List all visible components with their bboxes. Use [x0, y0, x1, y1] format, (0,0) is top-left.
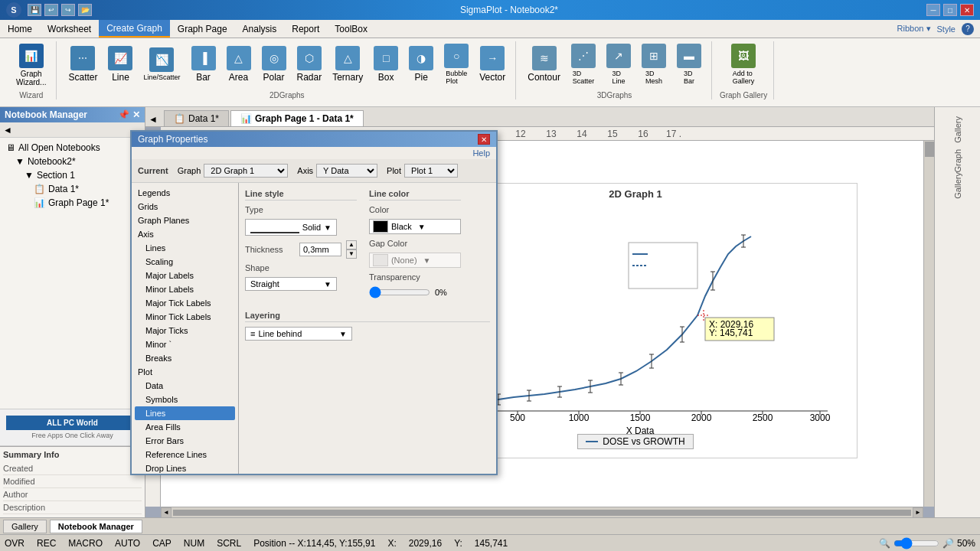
tree-symbols[interactable]: Symbols: [135, 393, 235, 406]
graph-select[interactable]: 2D Graph 1: [204, 164, 288, 178]
gap-color-dropdown-icon[interactable]: ▼: [423, 256, 431, 265]
tree-section1[interactable]: ▼ Section 1: [3, 168, 142, 182]
line-type-dropdown-icon[interactable]: ▼: [324, 223, 332, 232]
bubble-button[interactable]: ○ BubblePlot: [440, 41, 472, 87]
tree-breaks[interactable]: Breaks: [135, 351, 235, 365]
menu-graph-page[interactable]: Graph Page: [170, 20, 235, 37]
pin-icon[interactable]: 📌: [118, 109, 129, 120]
line-color-title: Line color: [369, 189, 461, 201]
menu-home[interactable]: Home: [0, 20, 40, 37]
dialog-help-link[interactable]: Help: [132, 147, 496, 159]
notebook-manager-panel: Notebook Manager 📌 ✕ ◄ 🖥 All Open Notebo…: [0, 107, 145, 517]
polar-button[interactable]: ◎ Polar: [258, 44, 290, 85]
tree-data[interactable]: Data: [135, 379, 235, 393]
3d-line-button[interactable]: ↗ 3DLine: [603, 41, 635, 87]
close-panel-icon[interactable]: ✕: [132, 109, 140, 120]
bar-button[interactable]: ▐ Bar: [188, 44, 220, 85]
add-to-gallery-button[interactable]: 🖼 Add toGallery: [727, 41, 760, 87]
scroll-right-btn[interactable]: ►: [913, 507, 923, 518]
contour-button[interactable]: ≋ Contour: [524, 44, 564, 85]
radar-button[interactable]: ⬡ Radar: [293, 44, 326, 85]
tree-all-notebooks[interactable]: 🖥 All Open Notebooks: [3, 141, 142, 155]
tree-drop-lines[interactable]: Drop Lines: [135, 461, 235, 474]
transparency-slider[interactable]: [369, 286, 430, 298]
3d-mesh-button[interactable]: ⊞ 3DMesh: [638, 41, 670, 87]
tree-graph-planes[interactable]: Graph Planes: [135, 214, 235, 227]
tab-scroll-left[interactable]: ◄: [149, 114, 164, 126]
layering-dropdown-icon[interactable]: ▼: [339, 330, 347, 338]
horizontal-scrollbar[interactable]: ◄ ►: [161, 507, 923, 517]
ternary-button[interactable]: △ Ternary: [328, 44, 367, 85]
graph-wizard-icon: 📊: [19, 44, 44, 68]
close-button[interactable]: ✕: [960, 4, 974, 16]
style-toggle[interactable]: Style: [937, 24, 956, 34]
box-button[interactable]: □ Box: [370, 44, 402, 85]
scatter-button[interactable]: ⋯ Scatter: [64, 44, 101, 85]
scroll-left-btn[interactable]: ◄: [161, 507, 172, 518]
thickness-down[interactable]: ▼: [346, 249, 357, 259]
3d-scatter-button[interactable]: ⋰ 3DScatter: [567, 41, 599, 87]
shape-dropdown-icon[interactable]: ▼: [324, 280, 332, 289]
line-button[interactable]: 📈 Line: [104, 44, 136, 85]
thickness-spinner[interactable]: ▲ ▼: [346, 240, 357, 259]
zoom-slider[interactable]: [893, 537, 939, 549]
tree-graphpage1[interactable]: 📊 Graph Page 1*: [3, 196, 142, 210]
minimize-button[interactable]: ─: [926, 4, 940, 16]
zoom-in-button[interactable]: 🔎: [942, 538, 954, 549]
tree-grids[interactable]: Grids: [135, 200, 235, 214]
tree-error-bars[interactable]: Error Bars: [135, 434, 235, 448]
tree-major-ticks[interactable]: Major Ticks: [135, 324, 235, 337]
area-button[interactable]: △ Area: [223, 44, 255, 85]
tree-major-labels[interactable]: Major Labels: [135, 269, 235, 282]
nav-back[interactable]: ◄: [3, 125, 12, 135]
3d-bar-button[interactable]: ▬ 3DBar: [673, 41, 705, 87]
scrollbar-thumb-v[interactable]: [925, 142, 934, 157]
tree-minor-tick-labels[interactable]: Minor Tick Labels: [135, 310, 235, 324]
bottom-tab-notebook-manager[interactable]: Notebook Manager: [50, 520, 142, 533]
pie-button[interactable]: ◑ Pie: [405, 44, 437, 85]
menu-toolbox[interactable]: ToolBox: [327, 20, 375, 37]
dialog-close-button[interactable]: ✕: [478, 134, 490, 145]
color-dropdown-icon[interactable]: ▼: [418, 223, 426, 231]
tree-legends[interactable]: Legends: [135, 186, 235, 200]
tab-graphpage1[interactable]: 📊 Graph Page 1 - Data 1*: [230, 110, 364, 126]
toolbar-open[interactable]: 📂: [78, 4, 92, 16]
tree-data1[interactable]: 📋 Data 1*: [3, 182, 142, 196]
tree-lines[interactable]: Lines: [135, 241, 235, 255]
tree-area-fills[interactable]: Area Fills: [135, 420, 235, 434]
vector-button[interactable]: → Vector: [475, 44, 509, 85]
help-icon[interactable]: ?: [962, 23, 974, 35]
tree-plot-lines[interactable]: Lines: [135, 406, 235, 420]
toolbar-redo[interactable]: ↪: [61, 4, 75, 16]
tree-scaling[interactable]: Scaling: [135, 255, 235, 269]
menu-worksheet[interactable]: Worksheet: [40, 20, 99, 37]
toolbar-undo[interactable]: ↩: [44, 4, 58, 16]
plot-select[interactable]: Plot 1: [404, 164, 458, 178]
menu-analysis[interactable]: Analysis: [235, 20, 285, 37]
bottom-tab-gallery[interactable]: Gallery: [3, 520, 47, 533]
graph-wizard-button[interactable]: 📊 GraphWizard...: [12, 41, 50, 89]
thickness-up[interactable]: ▲: [346, 240, 357, 249]
menu-create-graph[interactable]: Create Graph: [99, 20, 170, 37]
line-scatter-button[interactable]: 📉 Line/Scatter: [139, 45, 184, 83]
tree-major-tick-labels[interactable]: Major Tick Labels: [135, 296, 235, 310]
tree-reference-lines[interactable]: Reference Lines: [135, 448, 235, 461]
tree-minor-ticks[interactable]: Minor `: [135, 337, 235, 351]
shape-select-row: Straight ▼: [245, 277, 357, 291]
tree-axis[interactable]: Axis: [135, 227, 235, 241]
ribbon-toggle[interactable]: Ribbon ▾: [897, 24, 931, 34]
axis-select[interactable]: Y Data: [316, 164, 377, 178]
toolbar-save[interactable]: 💾: [28, 4, 41, 16]
menu-report[interactable]: Report: [284, 20, 327, 37]
maximize-button[interactable]: □: [943, 4, 957, 16]
created-row: Created: [3, 462, 142, 475]
tree-notebook2[interactable]: ▼ Notebook2*: [3, 155, 142, 168]
scrollbar-thumb-h[interactable]: [173, 510, 911, 516]
zoom-out-button[interactable]: 🔍: [879, 538, 890, 549]
thickness-input[interactable]: [299, 243, 341, 256]
vertical-scrollbar[interactable]: [923, 141, 934, 507]
shape-label: Shape: [245, 263, 295, 272]
tree-plot[interactable]: Plot: [135, 365, 235, 379]
tree-minor-labels[interactable]: Minor Labels: [135, 282, 235, 296]
tab-data1[interactable]: 📋 Data 1*: [164, 110, 229, 126]
